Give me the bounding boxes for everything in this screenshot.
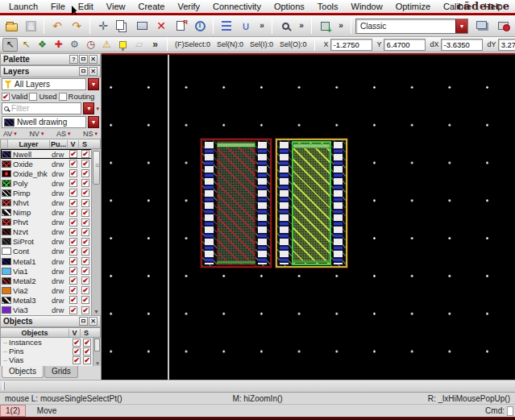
layer-row-nhvt[interactable]: Nhvtdrw✔✔	[1, 198, 101, 207]
visible-checkbox[interactable]: ✔	[69, 179, 77, 187]
cmd-input[interactable]	[507, 406, 513, 416]
layer-row-metal1[interactable]: Metal1drw✔✔	[1, 256, 101, 266]
objects-selectable-header[interactable]: S	[81, 329, 92, 337]
close-icon[interactable]: ✕	[89, 317, 98, 326]
close-icon[interactable]: ✕	[89, 55, 98, 64]
purpose-column-header[interactable]: Pu...	[50, 140, 68, 148]
overflow-3-icon[interactable]: »	[335, 17, 347, 35]
gear-select-icon[interactable]: ⚙	[67, 38, 82, 52]
active-layer-combobox[interactable]: Nwell drawing	[2, 116, 86, 128]
visible-checkbox[interactable]: ✔	[69, 277, 77, 285]
checkbox-box[interactable]: ✔	[2, 93, 10, 101]
layer-row-siprot[interactable]: SiProtdrw✔✔	[1, 237, 101, 247]
fit-icon[interactable]: ∪	[237, 17, 255, 35]
coord-input-x[interactable]	[330, 39, 372, 51]
warning-markers-icon[interactable]: ⚠	[99, 38, 114, 52]
visible-checkbox[interactable]: ✔	[69, 247, 77, 256]
chevron-down-icon[interactable]: ▾	[94, 131, 98, 137]
selectable-checkbox[interactable]: ✔	[83, 339, 91, 347]
overflow-2-icon[interactable]: »	[296, 17, 307, 35]
close-icon[interactable]: ✕	[89, 67, 98, 76]
visible-checkbox[interactable]: ✔	[69, 189, 77, 197]
checkbox-box[interactable]	[59, 93, 67, 101]
filter-input[interactable]	[11, 103, 79, 114]
objects-table-header[interactable]: Objects V S	[0, 327, 101, 338]
float-icon[interactable]	[79, 317, 88, 326]
selectable-checkbox[interactable]: ✔	[81, 228, 89, 236]
object-row-vias[interactable]: Vias✔✔	[1, 356, 101, 364]
info-icon[interactable]	[191, 17, 209, 35]
filter-options-arrow-icon[interactable]: ▾	[96, 106, 99, 112]
visible-checkbox[interactable]: ✔	[69, 296, 77, 304]
chevron-down-icon[interactable]: ▾	[41, 131, 44, 137]
visible-checkbox[interactable]: ✔	[69, 238, 77, 246]
quick-toggle-nv[interactable]: NV▾	[29, 130, 44, 138]
visible-checkbox[interactable]: ✔	[69, 199, 77, 207]
layer-row-nwell[interactable]: Nwelldrw✔✔	[1, 149, 101, 159]
chevron-down-icon[interactable]: ▾	[68, 131, 71, 137]
workspace-revert-icon[interactable]	[494, 17, 512, 35]
visible-checkbox[interactable]: ✔	[69, 257, 77, 265]
instance-select-icon[interactable]: ❖	[35, 38, 50, 52]
menu-verify[interactable]: Verify	[172, 1, 206, 12]
visible-checkbox[interactable]: ✔	[73, 356, 81, 364]
layer-row-pimp[interactable]: Pimpdrw✔✔	[1, 188, 101, 198]
scrollbar-thumb[interactable]	[94, 339, 100, 351]
active-layer-dropdown-button[interactable]: ▾	[88, 116, 99, 128]
scroll-down-icon[interactable]: ▼	[95, 361, 100, 366]
layer-column-header[interactable]: Layer	[8, 140, 50, 148]
selectable-checkbox[interactable]: ✔	[81, 189, 89, 197]
objects-visible-header[interactable]: V	[69, 329, 81, 337]
objects-column-header[interactable]: Objects	[1, 329, 69, 337]
tab-grids[interactable]: Grids	[44, 366, 78, 378]
visible-checkbox[interactable]: ✔	[73, 339, 81, 347]
visible-checkbox[interactable]: ✔	[69, 209, 77, 217]
copy-icon[interactable]	[114, 17, 131, 35]
visible-checkbox[interactable]: ✔	[73, 347, 81, 356]
layer-row-via3[interactable]: Via3drw✔✔	[1, 306, 101, 315]
coord-input-dx[interactable]	[441, 39, 483, 51]
layout-canvas[interactable]	[102, 53, 515, 380]
layer-row-nimp[interactable]: Nimpdrw✔✔	[1, 208, 101, 218]
undo-icon[interactable]: ↶	[48, 17, 66, 35]
float-icon[interactable]	[79, 67, 88, 76]
object-row-instances[interactable]: Instances✔✔	[1, 338, 101, 347]
float-icon[interactable]	[79, 55, 88, 64]
menu-connectivity[interactable]: Connectivity	[207, 1, 267, 12]
visible-checkbox[interactable]: ✔	[69, 218, 77, 227]
lamp-highlight-icon[interactable]	[115, 38, 131, 52]
scroll-down-icon[interactable]: ▼	[93, 309, 99, 314]
filter-dropdown-button[interactable]: ▾	[83, 102, 94, 114]
objects-titlebar[interactable]: Objects ✕	[0, 315, 101, 327]
menu-optimize[interactable]: Optimize	[390, 1, 436, 12]
selectable-checkbox[interactable]: ✔	[81, 296, 89, 304]
selectable-checkbox[interactable]: ✔	[81, 199, 89, 207]
open-icon[interactable]	[2, 17, 20, 35]
checkbox-used[interactable]: Used	[29, 92, 56, 101]
selectable-checkbox[interactable]: ✔	[81, 247, 89, 256]
selectable-checkbox[interactable]: ✔	[81, 238, 89, 246]
visible-checkbox[interactable]: ✔	[69, 267, 77, 275]
layer-row-via1[interactable]: Via1drw✔✔	[1, 266, 101, 276]
coord-input-dy[interactable]	[498, 39, 515, 51]
selectable-checkbox[interactable]: ✔	[81, 150, 89, 158]
scrollbar-thumb[interactable]	[93, 151, 100, 185]
visible-checkbox[interactable]: ✔	[69, 169, 77, 177]
sort-column[interactable]	[1, 139, 8, 148]
checkbox-valid[interactable]: ✔Valid	[2, 92, 27, 101]
selectable-checkbox[interactable]: ✔	[81, 257, 89, 265]
tab-objects[interactable]: Objects	[2, 366, 44, 378]
selectable-checkbox[interactable]: ✔	[81, 160, 89, 168]
visible-column-header[interactable]: V	[68, 140, 79, 148]
layout-cell-right[interactable]	[276, 139, 347, 268]
layer-row-via2[interactable]: Via2drw✔✔	[1, 285, 101, 295]
move-icon[interactable]: ✛	[94, 17, 112, 35]
menu-edit[interactable]: Edit	[73, 1, 99, 12]
selectable-checkbox[interactable]: ✔	[81, 179, 89, 187]
layer-row-nzvt[interactable]: Nzvtdrw✔✔	[1, 227, 101, 237]
visible-checkbox[interactable]: ✔	[69, 228, 77, 236]
visible-checkbox[interactable]: ✔	[69, 150, 77, 158]
selectable-checkbox[interactable]: ✔	[81, 218, 89, 227]
objects-scrollbar[interactable]: ▼	[93, 338, 101, 366]
single-select-icon[interactable]: ↖	[2, 38, 18, 52]
